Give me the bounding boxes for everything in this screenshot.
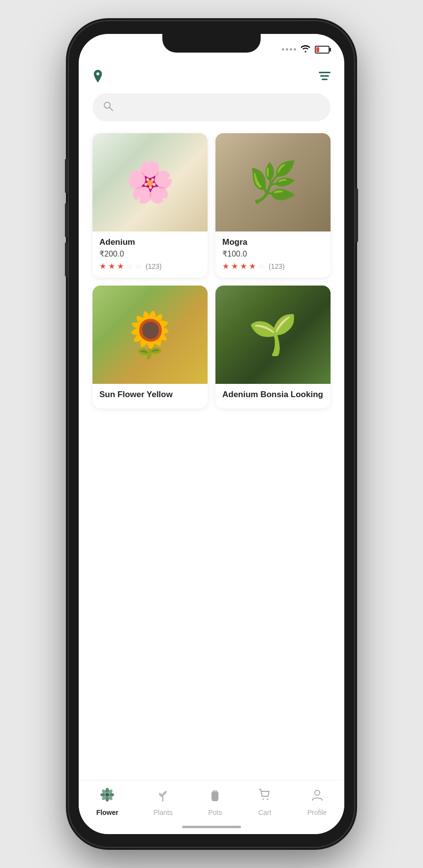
signal-dot-1 [282,48,284,51]
star-3: ★ [240,261,247,271]
product-name-adenium-bonsia: Adenium Bonsia Looking [222,390,324,400]
svg-point-17 [263,799,264,800]
location-left [92,70,107,86]
filter-icon[interactable] [319,71,331,84]
product-price-adenium: ₹200.0 [99,249,201,259]
signal-dot-4 [294,48,296,51]
tab-label-profile: Profile [307,809,327,816]
tab-icon-plants [155,787,170,806]
tab-icon-cart [257,787,272,806]
star-1: ★ [222,261,229,271]
tab-item-plants[interactable]: Plants [148,787,179,816]
battery-icon [315,46,330,54]
tab-item-profile[interactable]: Profile [302,787,333,816]
star-2: ★ [231,261,238,271]
svg-rect-2 [322,79,328,80]
tab-icon-pots [208,787,222,806]
star-3: ★ [117,261,124,271]
product-image-mogra [215,133,331,231]
tab-label-cart: Cart [258,809,271,816]
phone-outer: Adenium₹200.0★★★☆☆(123)Mogra₹100.0★★★★☆(… [0,0,423,868]
star-1: ★ [99,261,106,271]
svg-point-18 [267,799,269,800]
star-4: ★ [249,261,256,271]
rating-count-mogra: (123) [269,262,285,270]
tab-item-cart[interactable]: Cart [251,787,278,816]
location-bar[interactable] [79,61,344,93]
notch [162,34,261,53]
star-4: ☆ [126,261,133,271]
svg-rect-14 [212,792,218,798]
product-name-mogra: Mogra [222,237,324,247]
tab-label-pots: Pots [208,809,222,816]
tab-icon-profile [310,787,325,806]
product-name-adenium: Adenium [99,237,201,247]
star-5: ☆ [258,261,265,271]
svg-line-4 [110,108,113,111]
product-card-adenium[interactable]: Adenium₹200.0★★★☆☆(123) [92,133,208,278]
product-grid: Adenium₹200.0★★★☆☆(123)Mogra₹100.0★★★★☆(… [79,133,344,408]
tab-label-plants: Plants [153,809,173,816]
svg-point-3 [104,102,110,108]
svg-point-5 [105,793,109,797]
svg-rect-1 [320,75,329,77]
product-card-adenium-bonsia[interactable]: Adenium Bonsia Looking [215,286,331,408]
search-icon [103,101,113,114]
phone-frame: Adenium₹200.0★★★☆☆(123)Mogra₹100.0★★★★☆(… [69,21,354,847]
svg-marker-15 [211,798,219,801]
tab-icon-flower [100,787,115,806]
home-indicator [182,826,241,828]
status-icons [282,45,330,55]
tab-item-flower[interactable]: Flower [91,787,124,816]
search-bar[interactable] [92,93,331,121]
rating-count-adenium: (123) [146,262,162,270]
signal-dots [282,48,296,51]
tab-label-flower: Flower [96,809,119,816]
product-rating-adenium: ★★★☆☆(123) [99,261,201,271]
product-rating-mogra: ★★★★☆(123) [222,261,324,271]
product-card-sunflower-yellow[interactable]: Sun Flower Yellow [92,286,208,408]
svg-point-19 [315,790,320,795]
product-image-adenium [92,133,208,231]
wifi-icon [300,45,311,55]
signal-dot-2 [286,48,288,51]
svg-rect-0 [319,72,331,73]
signal-dot-3 [290,48,292,51]
phone-screen: Adenium₹200.0★★★☆☆(123)Mogra₹100.0★★★★☆(… [79,34,344,834]
product-card-mogra[interactable]: Mogra₹100.0★★★★☆(123) [215,133,331,278]
product-name-sunflower-yellow: Sun Flower Yellow [99,390,201,400]
battery-fill [316,47,319,52]
location-pin-icon [92,70,103,86]
star-5: ☆ [135,261,142,271]
product-price-mogra: ₹100.0 [222,249,324,259]
product-image-adenium-bonsia [215,286,331,384]
tab-item-pots[interactable]: Pots [202,787,228,816]
star-2: ★ [108,261,115,271]
product-image-sunflower-yellow [92,286,208,384]
svg-rect-16 [212,790,217,792]
